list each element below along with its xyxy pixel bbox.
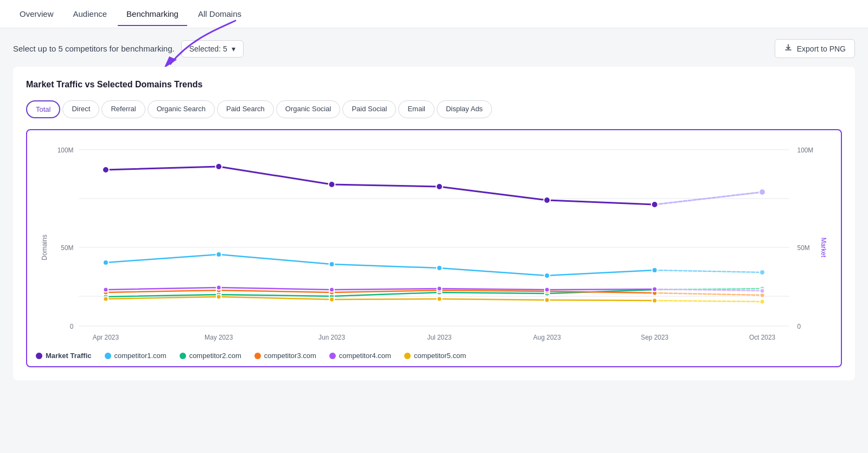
svg-text:0: 0	[70, 323, 74, 330]
svg-point-34	[760, 270, 765, 275]
chevron-down-icon: ▾	[232, 44, 235, 53]
controls-bar: Select up to 5 competitors for benchmark…	[13, 39, 855, 58]
tab-display-ads[interactable]: Display Ads	[437, 100, 492, 118]
chart-card: Market Traffic vs Selected Domains Trend…	[13, 67, 855, 380]
top-nav: Overview Audience Benchmarking All Domai…	[0, 0, 868, 28]
tab-paid-social[interactable]: Paid Social	[342, 100, 396, 118]
legend-c2: competitor2.com	[180, 352, 241, 360]
chart-area-wrapper: 100M 50M 0 100M 50M 0 Domains Market	[26, 129, 842, 367]
svg-text:Apr 2023: Apr 2023	[93, 334, 119, 341]
legend-label-c5: competitor5.com	[414, 352, 466, 360]
svg-point-51	[329, 288, 334, 292]
svg-point-32	[544, 273, 550, 278]
selected-dropdown[interactable]: Selected: 5 ▾	[181, 40, 244, 58]
chart-title: Market Traffic vs Selected Domains Trend…	[26, 80, 842, 90]
tab-referral[interactable]: Referral	[101, 100, 145, 118]
svg-point-22	[215, 163, 222, 170]
svg-point-27	[759, 189, 765, 195]
tab-total[interactable]: Total	[26, 100, 60, 118]
svg-text:Jul 2023: Jul 2023	[427, 334, 451, 341]
nav-benchmarking[interactable]: Benchmarking	[118, 2, 187, 26]
svg-point-31	[437, 265, 442, 271]
legend-label-market: Market Traffic	[46, 352, 92, 360]
legend-c4: competitor4.com	[329, 352, 391, 360]
svg-text:May 2023: May 2023	[205, 334, 233, 341]
svg-text:100M: 100M	[797, 146, 814, 154]
svg-point-24	[436, 183, 443, 190]
svg-point-25	[544, 197, 550, 203]
svg-text:Aug 2023: Aug 2023	[533, 334, 561, 341]
export-icon	[784, 43, 793, 54]
tab-organic-social[interactable]: Organic Social	[276, 100, 341, 118]
export-button[interactable]: Export to PNG	[775, 39, 855, 58]
legend-c5: competitor5.com	[404, 352, 466, 360]
legend-dot-c4	[329, 353, 336, 359]
svg-text:Market: Market	[820, 238, 827, 258]
tab-email[interactable]: Email	[398, 100, 435, 118]
svg-point-21	[103, 167, 109, 173]
svg-text:Domains: Domains	[41, 234, 48, 260]
tab-paid-search[interactable]: Paid Search	[217, 100, 274, 118]
svg-text:Jun 2023: Jun 2023	[318, 334, 345, 341]
svg-point-62	[760, 299, 765, 304]
page-container: Overview Audience Benchmarking All Domai…	[0, 0, 868, 453]
legend-dot-c2	[180, 353, 186, 359]
svg-point-49	[103, 288, 108, 292]
legend-dot-market	[36, 353, 42, 359]
svg-point-26	[652, 201, 658, 208]
svg-point-58	[329, 297, 334, 302]
legend-market: Market Traffic	[36, 352, 92, 360]
svg-point-56	[103, 297, 108, 302]
svg-point-54	[652, 287, 657, 292]
nav-audience[interactable]: Audience	[65, 2, 116, 26]
nav-all-domains[interactable]: All Domains	[189, 2, 250, 26]
controls-left: Select up to 5 competitors for benchmark…	[13, 40, 244, 58]
selected-label: Selected: 5	[189, 44, 227, 53]
svg-point-28	[103, 260, 108, 265]
legend-dot-c1	[105, 353, 111, 359]
nav-overview[interactable]: Overview	[11, 2, 62, 26]
svg-text:100M: 100M	[58, 146, 74, 154]
tab-direct[interactable]: Direct	[62, 100, 99, 118]
svg-text:0: 0	[797, 323, 801, 330]
svg-point-61	[652, 298, 657, 303]
svg-text:Sep 2023: Sep 2023	[641, 334, 668, 341]
chart-legend: Market Traffic competitor1.com competito…	[36, 352, 832, 360]
legend-dot-c3	[254, 353, 261, 359]
chart-svg: 100M 50M 0 100M 50M 0 Domains Market	[36, 139, 832, 345]
export-label: Export to PNG	[797, 44, 846, 53]
tab-organic-search[interactable]: Organic Search	[148, 100, 215, 118]
svg-point-23	[329, 181, 335, 188]
svg-point-52	[437, 286, 442, 291]
svg-point-60	[545, 298, 550, 303]
svg-text:50M: 50M	[61, 244, 73, 252]
chart-svg-container: 100M 50M 0 100M 50M 0 Domains Market	[36, 139, 832, 345]
svg-point-50	[216, 285, 221, 290]
svg-text:Oct 2023: Oct 2023	[749, 334, 776, 341]
tab-bar: Total Direct Referral Organic Search Pai…	[26, 100, 842, 118]
legend-label-c3: competitor3.com	[264, 352, 316, 360]
svg-point-33	[652, 267, 658, 273]
svg-text:50M: 50M	[797, 244, 810, 252]
svg-point-57	[216, 295, 221, 299]
svg-point-30	[329, 261, 335, 267]
legend-label-c1: competitor1.com	[114, 352, 167, 360]
content-area: Select up to 5 competitors for benchmark…	[0, 28, 868, 391]
svg-point-59	[437, 297, 442, 302]
svg-point-53	[545, 288, 550, 292]
legend-c1: competitor1.com	[105, 352, 167, 360]
svg-point-29	[216, 252, 221, 257]
svg-point-55	[760, 289, 765, 294]
legend-c3: competitor3.com	[254, 352, 316, 360]
competitors-label: Select up to 5 competitors for benchmark…	[13, 44, 175, 53]
legend-dot-c5	[404, 353, 411, 359]
legend-label-c4: competitor4.com	[339, 352, 391, 360]
legend-label-c2: competitor2.com	[189, 352, 241, 360]
